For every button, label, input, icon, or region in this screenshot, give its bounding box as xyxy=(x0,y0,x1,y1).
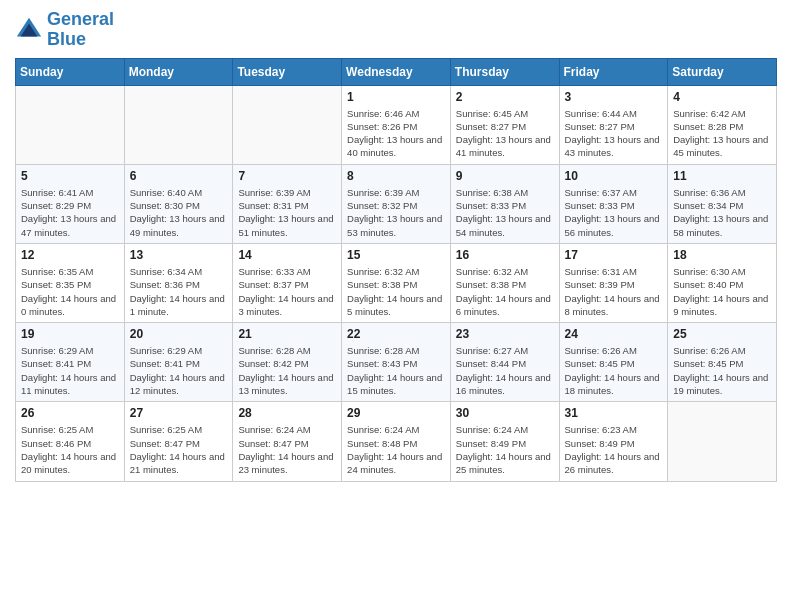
calendar-cell xyxy=(124,85,233,164)
logo-text: General Blue xyxy=(47,10,114,50)
calendar-cell: 8Sunrise: 6:39 AMSunset: 8:32 PMDaylight… xyxy=(342,164,451,243)
day-number: 5 xyxy=(21,169,119,183)
day-number: 22 xyxy=(347,327,445,341)
day-info: Sunrise: 6:28 AMSunset: 8:42 PMDaylight:… xyxy=(238,344,336,397)
calendar-cell: 17Sunrise: 6:31 AMSunset: 8:39 PMDayligh… xyxy=(559,243,668,322)
weekday-header: Wednesday xyxy=(342,58,451,85)
day-info: Sunrise: 6:34 AMSunset: 8:36 PMDaylight:… xyxy=(130,265,228,318)
calendar-cell: 1Sunrise: 6:46 AMSunset: 8:26 PMDaylight… xyxy=(342,85,451,164)
day-number: 26 xyxy=(21,406,119,420)
day-info: Sunrise: 6:29 AMSunset: 8:41 PMDaylight:… xyxy=(21,344,119,397)
day-info: Sunrise: 6:30 AMSunset: 8:40 PMDaylight:… xyxy=(673,265,771,318)
calendar-cell: 29Sunrise: 6:24 AMSunset: 8:48 PMDayligh… xyxy=(342,402,451,481)
calendar-cell: 11Sunrise: 6:36 AMSunset: 8:34 PMDayligh… xyxy=(668,164,777,243)
day-info: Sunrise: 6:46 AMSunset: 8:26 PMDaylight:… xyxy=(347,107,445,160)
day-info: Sunrise: 6:33 AMSunset: 8:37 PMDaylight:… xyxy=(238,265,336,318)
calendar-cell: 12Sunrise: 6:35 AMSunset: 8:35 PMDayligh… xyxy=(16,243,125,322)
day-number: 9 xyxy=(456,169,554,183)
weekday-header: Thursday xyxy=(450,58,559,85)
calendar-cell: 22Sunrise: 6:28 AMSunset: 8:43 PMDayligh… xyxy=(342,323,451,402)
day-number: 21 xyxy=(238,327,336,341)
day-info: Sunrise: 6:45 AMSunset: 8:27 PMDaylight:… xyxy=(456,107,554,160)
day-number: 11 xyxy=(673,169,771,183)
day-info: Sunrise: 6:44 AMSunset: 8:27 PMDaylight:… xyxy=(565,107,663,160)
day-info: Sunrise: 6:32 AMSunset: 8:38 PMDaylight:… xyxy=(347,265,445,318)
calendar-cell: 25Sunrise: 6:26 AMSunset: 8:45 PMDayligh… xyxy=(668,323,777,402)
day-info: Sunrise: 6:31 AMSunset: 8:39 PMDaylight:… xyxy=(565,265,663,318)
calendar-cell: 9Sunrise: 6:38 AMSunset: 8:33 PMDaylight… xyxy=(450,164,559,243)
day-number: 8 xyxy=(347,169,445,183)
calendar-cell: 24Sunrise: 6:26 AMSunset: 8:45 PMDayligh… xyxy=(559,323,668,402)
day-info: Sunrise: 6:39 AMSunset: 8:31 PMDaylight:… xyxy=(238,186,336,239)
day-number: 14 xyxy=(238,248,336,262)
day-info: Sunrise: 6:35 AMSunset: 8:35 PMDaylight:… xyxy=(21,265,119,318)
day-number: 3 xyxy=(565,90,663,104)
day-info: Sunrise: 6:25 AMSunset: 8:47 PMDaylight:… xyxy=(130,423,228,476)
day-number: 13 xyxy=(130,248,228,262)
calendar-week-row: 1Sunrise: 6:46 AMSunset: 8:26 PMDaylight… xyxy=(16,85,777,164)
day-number: 31 xyxy=(565,406,663,420)
day-info: Sunrise: 6:25 AMSunset: 8:46 PMDaylight:… xyxy=(21,423,119,476)
day-info: Sunrise: 6:38 AMSunset: 8:33 PMDaylight:… xyxy=(456,186,554,239)
day-number: 7 xyxy=(238,169,336,183)
calendar-table: SundayMondayTuesdayWednesdayThursdayFrid… xyxy=(15,58,777,482)
day-info: Sunrise: 6:42 AMSunset: 8:28 PMDaylight:… xyxy=(673,107,771,160)
logo: General Blue xyxy=(15,10,114,50)
calendar-cell: 4Sunrise: 6:42 AMSunset: 8:28 PMDaylight… xyxy=(668,85,777,164)
calendar-cell xyxy=(16,85,125,164)
calendar-cell: 6Sunrise: 6:40 AMSunset: 8:30 PMDaylight… xyxy=(124,164,233,243)
calendar-cell: 16Sunrise: 6:32 AMSunset: 8:38 PMDayligh… xyxy=(450,243,559,322)
day-number: 1 xyxy=(347,90,445,104)
weekday-header: Monday xyxy=(124,58,233,85)
day-info: Sunrise: 6:24 AMSunset: 8:48 PMDaylight:… xyxy=(347,423,445,476)
calendar-week-row: 19Sunrise: 6:29 AMSunset: 8:41 PMDayligh… xyxy=(16,323,777,402)
calendar-cell: 31Sunrise: 6:23 AMSunset: 8:49 PMDayligh… xyxy=(559,402,668,481)
calendar-cell: 26Sunrise: 6:25 AMSunset: 8:46 PMDayligh… xyxy=(16,402,125,481)
calendar-cell: 3Sunrise: 6:44 AMSunset: 8:27 PMDaylight… xyxy=(559,85,668,164)
weekday-header: Friday xyxy=(559,58,668,85)
calendar-cell xyxy=(668,402,777,481)
day-number: 20 xyxy=(130,327,228,341)
day-number: 10 xyxy=(565,169,663,183)
calendar-cell: 2Sunrise: 6:45 AMSunset: 8:27 PMDaylight… xyxy=(450,85,559,164)
day-number: 25 xyxy=(673,327,771,341)
day-number: 28 xyxy=(238,406,336,420)
day-number: 19 xyxy=(21,327,119,341)
calendar-cell: 13Sunrise: 6:34 AMSunset: 8:36 PMDayligh… xyxy=(124,243,233,322)
day-number: 15 xyxy=(347,248,445,262)
calendar-header-row: SundayMondayTuesdayWednesdayThursdayFrid… xyxy=(16,58,777,85)
calendar-week-row: 12Sunrise: 6:35 AMSunset: 8:35 PMDayligh… xyxy=(16,243,777,322)
day-number: 16 xyxy=(456,248,554,262)
calendar-cell xyxy=(233,85,342,164)
calendar-cell: 23Sunrise: 6:27 AMSunset: 8:44 PMDayligh… xyxy=(450,323,559,402)
day-info: Sunrise: 6:26 AMSunset: 8:45 PMDaylight:… xyxy=(565,344,663,397)
logo-icon xyxy=(15,16,43,44)
day-info: Sunrise: 6:39 AMSunset: 8:32 PMDaylight:… xyxy=(347,186,445,239)
calendar-cell: 30Sunrise: 6:24 AMSunset: 8:49 PMDayligh… xyxy=(450,402,559,481)
day-number: 24 xyxy=(565,327,663,341)
day-number: 17 xyxy=(565,248,663,262)
day-info: Sunrise: 6:28 AMSunset: 8:43 PMDaylight:… xyxy=(347,344,445,397)
day-info: Sunrise: 6:32 AMSunset: 8:38 PMDaylight:… xyxy=(456,265,554,318)
calendar-cell: 27Sunrise: 6:25 AMSunset: 8:47 PMDayligh… xyxy=(124,402,233,481)
day-info: Sunrise: 6:24 AMSunset: 8:49 PMDaylight:… xyxy=(456,423,554,476)
calendar-cell: 19Sunrise: 6:29 AMSunset: 8:41 PMDayligh… xyxy=(16,323,125,402)
day-number: 12 xyxy=(21,248,119,262)
day-info: Sunrise: 6:37 AMSunset: 8:33 PMDaylight:… xyxy=(565,186,663,239)
weekday-header: Saturday xyxy=(668,58,777,85)
day-number: 29 xyxy=(347,406,445,420)
calendar-cell: 20Sunrise: 6:29 AMSunset: 8:41 PMDayligh… xyxy=(124,323,233,402)
day-number: 18 xyxy=(673,248,771,262)
day-number: 6 xyxy=(130,169,228,183)
calendar-cell: 14Sunrise: 6:33 AMSunset: 8:37 PMDayligh… xyxy=(233,243,342,322)
weekday-header: Sunday xyxy=(16,58,125,85)
calendar-cell: 7Sunrise: 6:39 AMSunset: 8:31 PMDaylight… xyxy=(233,164,342,243)
day-info: Sunrise: 6:36 AMSunset: 8:34 PMDaylight:… xyxy=(673,186,771,239)
day-number: 27 xyxy=(130,406,228,420)
day-info: Sunrise: 6:29 AMSunset: 8:41 PMDaylight:… xyxy=(130,344,228,397)
day-info: Sunrise: 6:40 AMSunset: 8:30 PMDaylight:… xyxy=(130,186,228,239)
day-info: Sunrise: 6:26 AMSunset: 8:45 PMDaylight:… xyxy=(673,344,771,397)
day-number: 23 xyxy=(456,327,554,341)
day-info: Sunrise: 6:27 AMSunset: 8:44 PMDaylight:… xyxy=(456,344,554,397)
day-number: 2 xyxy=(456,90,554,104)
